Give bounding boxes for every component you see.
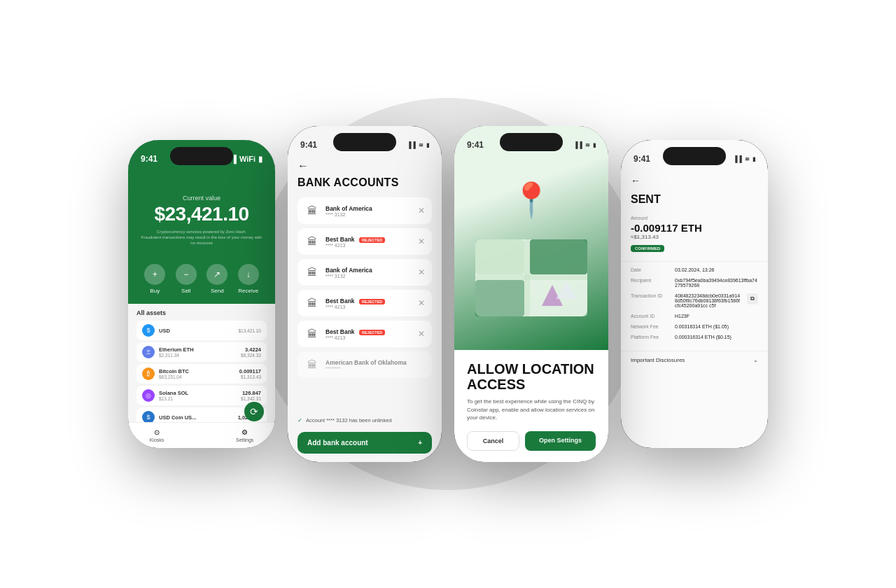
signal-icon-1: ▐	[231, 155, 237, 163]
current-value-label: Current value	[139, 195, 264, 202]
bank-icon-5: 🏛	[304, 326, 320, 342]
assets-title: All assets	[136, 309, 267, 316]
eth-icon: Ξ	[142, 346, 155, 358]
bank-num-5: **** 4213	[326, 335, 412, 340]
bank-close-2[interactable]: ✕	[418, 237, 425, 246]
bank-item-2[interactable]: 🏛 Best Bank REJECTED **** 4213 ✕	[298, 228, 432, 255]
bank-num-4: **** 4213	[326, 304, 412, 309]
bank-name-5: Best Bank REJECTED	[326, 328, 412, 335]
date-value: 03.02.2024, 13:26	[675, 267, 758, 272]
battery-icon-1: ▮	[258, 155, 262, 164]
network-fee-key: Network Fee	[631, 324, 669, 329]
bank-close-3[interactable]: ✕	[418, 267, 425, 277]
btc-icon: ₿	[142, 368, 155, 380]
usdc-name: USD Coin US...	[159, 414, 234, 421]
send-label: Send	[211, 288, 224, 294]
nav-settings[interactable]: ⚙ Settings	[236, 428, 253, 442]
usd-name: USD	[159, 328, 234, 334]
recipient-key: Recipient	[631, 278, 669, 288]
bank-icon-1: 🏛	[304, 203, 320, 218]
asset-usd[interactable]: $ USD $13,421.10	[136, 321, 267, 340]
sell-icon: −	[176, 264, 197, 285]
dynamic-island-2	[333, 133, 396, 151]
bank-item-4[interactable]: 🏛 Best Bank REJECTED **** 4213 ✕	[298, 290, 432, 316]
disclosures-section[interactable]: Important Disclosures ⌄	[621, 351, 768, 369]
buy-label: Buy	[150, 288, 160, 294]
location-buttons: Cancel Open Settings	[467, 431, 596, 451]
status-icons-3: ▐▐ ≋ ▮	[573, 141, 596, 148]
asset-eth[interactable]: Ξ Etherium ETH $2,311.34 3.4224 $8,324.3…	[136, 342, 267, 362]
receive-label: Receive	[238, 288, 258, 294]
status-time-2: 9:41	[300, 140, 317, 150]
bank-item-1[interactable]: 🏛 Bank of America **** 3132 ✕	[298, 197, 432, 224]
phone-portfolio: 9:41 ▐ WiFi ▮ Current value $23,421.10 C…	[128, 140, 275, 448]
add-bank-plus-icon: +	[418, 439, 422, 447]
svg-rect-2	[475, 274, 587, 280]
bank-icon-6: 🏛	[304, 357, 320, 372]
eth-sub: $2,311.34	[159, 353, 237, 358]
sol-sub: $13.21	[159, 396, 237, 401]
open-settings-button[interactable]: Open Settings	[525, 431, 596, 451]
dynamic-island-4	[663, 147, 726, 165]
signal-icon-3: ▐▐	[573, 141, 582, 148]
rejected-badge-2: REJECTED	[359, 237, 385, 243]
asset-btc[interactable]: ₿ Bitcoin BTC $63,231.04 0.009117 $1,313…	[136, 364, 267, 384]
nav-kiosks[interactable]: ⊙ Kiosks	[150, 428, 164, 442]
svg-rect-5	[475, 280, 524, 316]
sell-action[interactable]: − Sell	[176, 264, 197, 294]
battery-icon-3: ▮	[593, 142, 596, 148]
amount-section: Amount -0.009117 ETH ≈$1,313.43 CONFIRME…	[621, 211, 768, 262]
sol-qty: 126.847	[241, 390, 261, 396]
add-bank-account-button[interactable]: Add bank account +	[298, 432, 432, 454]
portfolio-fab[interactable]: ⟳	[244, 402, 264, 421]
sent-title: SENT	[621, 190, 768, 211]
detail-platform-fee: Platform Fee 0.000316314 ETH ($0.15)	[631, 335, 758, 340]
bank-num-3: **** 3132	[326, 274, 412, 279]
bank-num-2: **** 4213	[326, 243, 412, 248]
back-button-2[interactable]: ←	[288, 160, 442, 176]
copy-txid-button[interactable]: ⧉	[747, 293, 758, 304]
phones-container: 9:41 ▐ WiFi ▮ Current value $23,421.10 C…	[128, 126, 768, 462]
signal-icon-4: ▐▐	[733, 155, 742, 162]
bank-icon-2: 🏛	[304, 234, 320, 249]
location-text-area: ALLOW LOCATION ACCESS To get the best ex…	[454, 350, 608, 462]
buy-icon: +	[144, 264, 165, 285]
btc-qty: 0.009117	[239, 368, 261, 374]
bank-close-5[interactable]: ✕	[418, 329, 425, 339]
notification-text: Account **** 3132 has been unlinked	[306, 417, 392, 424]
bank-close-1[interactable]: ✕	[418, 206, 425, 216]
status-time-3: 9:41	[467, 140, 484, 150]
bank-item-3[interactable]: 🏛 Bank of America **** 3132 ✕	[298, 259, 432, 286]
receive-icon: ↓	[238, 264, 259, 285]
bank-name-2: Best Bank REJECTED	[326, 236, 412, 243]
eth-name: Etherium ETH	[159, 346, 237, 353]
location-description: To get the best experience while using t…	[467, 398, 596, 421]
send-action[interactable]: ↗ Send	[206, 264, 227, 294]
bank-close-4[interactable]: ✕	[418, 298, 425, 308]
back-button-4[interactable]: ←	[621, 171, 768, 190]
bank-name-1: Bank of America	[326, 205, 412, 212]
wifi-icon-1: WiFi	[239, 155, 255, 163]
phone-transaction: 9:41 ▐▐ ≋ ▮ ← SENT Amount -0.009117 ETH …	[621, 140, 768, 448]
unlink-notification: ✓ Account **** 3132 has been unlinked	[288, 412, 442, 429]
add-bank-label: Add bank account	[307, 439, 368, 447]
rejected-badge-5: REJECTED	[359, 330, 385, 335]
phone-bank-accounts: 9:41 ▐▐ ≋ ▮ ← BANK ACCOUNTS 🏛 B	[288, 126, 442, 462]
disclaimer: Cryptocurrency services powered by Zero …	[139, 230, 264, 246]
asset-sol[interactable]: ◎ Solana SOL $13.21 126.847 $1,342.31	[136, 386, 267, 405]
transaction-details: Date 03.02.2024, 13:26 Recipient 0xb794f…	[621, 262, 768, 351]
svg-rect-4	[530, 239, 587, 274]
amount-value: -0.009117 ETH	[631, 222, 758, 234]
account-value: H123F	[675, 314, 758, 318]
cancel-button[interactable]: Cancel	[467, 431, 519, 451]
bank-item-5[interactable]: 🏛 Best Bank REJECTED **** 4213 ✕	[298, 321, 432, 347]
buy-action[interactable]: + Buy	[144, 264, 165, 294]
receive-action[interactable]: ↓ Receive	[238, 264, 259, 294]
location-content: 📍 ALLOW LOCATION ACCESS To get the best …	[454, 126, 608, 462]
battery-icon-2: ▮	[426, 142, 429, 148]
txid-key: Transaction ID	[631, 293, 669, 308]
signal-icon-2: ▐▐	[407, 141, 416, 148]
disclosures-label: Important Disclosures	[631, 357, 685, 363]
detail-date: Date 03.02.2024, 13:26	[631, 267, 758, 272]
bank-name-4: Best Bank REJECTED	[326, 298, 412, 304]
